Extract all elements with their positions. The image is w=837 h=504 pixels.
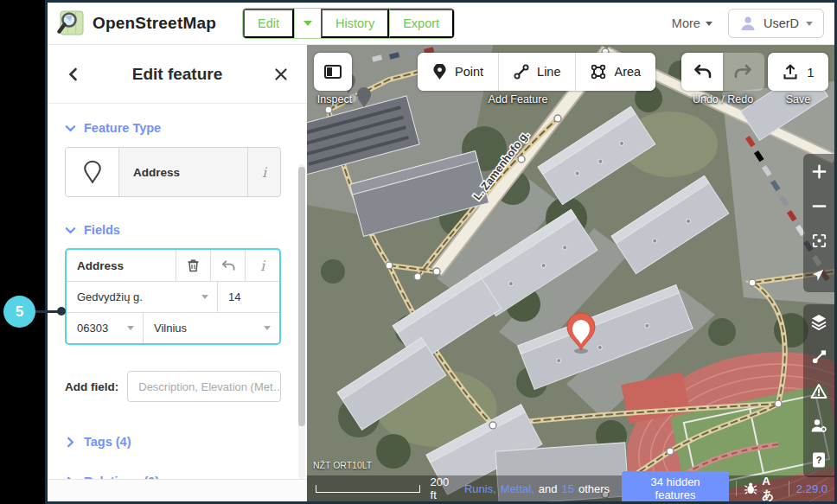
add-feature-toolbar: Point Line [418,53,655,91]
feature-type-preset-button[interactable]: Address i [65,147,281,197]
report-issue-button[interactable]: Aあ [744,475,782,502]
save-button[interactable]: 1 [768,53,828,91]
edit-dropdown-button[interactable] [294,9,321,38]
issues-button[interactable] [803,373,834,408]
map-data-icon [811,348,827,365]
contributor-attribution: Runis, Mettal, and 15 others [464,482,610,495]
caret-down-icon [806,22,813,26]
app-window: OpenStreetMap Edit History Export More U… [45,0,837,504]
inspect-mode-button[interactable] [314,53,352,91]
add-area-button[interactable]: Area [575,53,655,91]
username-label: UserD [764,16,799,30]
osm-logo-home-link[interactable]: OpenStreetMap [56,9,216,38]
sidebar-scrollbar-thumb[interactable] [298,167,305,426]
add-point-button[interactable]: Point [418,53,498,91]
more-label: More [672,16,700,30]
redo-icon [734,63,753,80]
area-icon [591,64,606,80]
chevron-right-icon [65,437,76,448]
more-menu-button[interactable]: More [672,16,712,30]
trash-icon [187,258,200,272]
chevron-down-icon [65,123,76,134]
close-button[interactable] [274,67,288,81]
layers-icon [810,313,827,330]
line-label: Line [537,65,560,79]
city-combobox[interactable]: Vilnius [143,313,279,343]
chevron-left-icon [67,67,80,81]
postcode-combobox[interactable]: 06303 [67,313,143,343]
history-tab[interactable]: History [321,9,389,38]
divider [789,481,789,496]
preferences-button[interactable] [803,408,834,443]
panel-body: Feature Type Address i Fields [48,104,307,501]
navigation-arrow-icon [811,267,827,283]
tags-section-header[interactable]: Tags (4) [65,435,281,449]
fields-section-label: Fields [84,223,120,237]
remove-field-button[interactable] [176,250,210,281]
revert-field-button[interactable] [210,250,245,281]
fields-section-header[interactable]: Fields [65,223,281,237]
preset-info-button[interactable]: i [247,148,280,196]
map-controls: ? [803,154,834,477]
panel-title: Edit feature [132,65,223,84]
help-button[interactable]: ? [803,443,834,477]
map-canvas[interactable]: L. Zamenhofo g. [307,45,834,501]
point-icon [432,64,447,80]
inspect-panel-icon [323,61,343,82]
zoom-control-group [803,154,834,292]
main-nav-group: Edit History Export [242,8,455,39]
map-container: L. Zamenhofo g. Inspect [307,45,834,501]
plus-icon [811,163,827,180]
edit-tab[interactable]: Edit [243,9,294,38]
panel-control-group: ? [803,304,834,477]
add-field-placeholder: Description, Elevation (Met… [138,380,281,393]
map-data-button[interactable] [803,339,834,373]
attribution-text: and [539,482,558,495]
zoom-out-button[interactable] [803,188,834,223]
warning-triangle-icon [810,383,827,399]
zoom-to-selection-button[interactable] [803,223,834,258]
area-label: Area [614,65,641,79]
background-layers-button[interactable] [803,304,834,339]
add-line-button[interactable]: Line [498,53,575,91]
user-menu-button[interactable]: UserD [728,9,824,38]
hidden-features-button[interactable]: 34 hidden features [622,471,729,501]
export-tab[interactable]: Export [389,9,454,38]
back-button[interactable] [67,67,80,81]
field-info-button[interactable]: i [245,250,279,281]
upload-save-icon [782,63,799,80]
close-icon [274,67,288,81]
address-field-card: Address [65,248,281,345]
undo-button[interactable] [681,53,723,91]
user-settings-icon [810,418,827,434]
undo-icon [220,259,235,272]
top-navbar: OpenStreetMap Edit History Export More U… [48,3,834,45]
caret-down-icon [201,295,208,299]
street-combobox[interactable]: Gedvydžių g. [67,282,217,312]
caret-down-icon [264,326,271,330]
caret-down-icon [303,21,312,26]
undo-redo-toolbar [681,53,764,91]
map-footer-bar: 200 ft Runis, Mettal, and 15 others 34 h… [307,475,834,501]
locate-frame-icon [811,233,827,249]
zoom-in-button[interactable] [803,154,834,188]
contributor-link[interactable]: Runis, [464,482,496,495]
caret-down-icon [127,326,134,330]
feature-type-section-header[interactable]: Feature Type [65,121,281,135]
redo-button-disabled[interactable] [723,53,764,91]
tags-section-label: Tags (4) [84,435,131,449]
geolocate-button[interactable] [803,258,834,292]
address-field-header-row: Address [67,250,279,281]
save-count-badge: 1 [807,65,814,80]
street-value: Gedvydžių g. [77,290,143,303]
point-label: Point [455,65,483,79]
address-street-row: Gedvydžių g. [67,281,279,312]
housenumber-input[interactable] [218,282,279,312]
contributor-link[interactable]: Mettal, [501,482,534,495]
help-manual-icon: ? [811,451,827,469]
undo-icon [693,63,712,80]
version-link[interactable]: 2.29.0 [796,482,827,495]
add-field-combobox[interactable]: Description, Elevation (Met… [127,371,281,402]
contributor-count-link[interactable]: 15 [562,482,574,495]
preset-name: Address [119,148,247,196]
